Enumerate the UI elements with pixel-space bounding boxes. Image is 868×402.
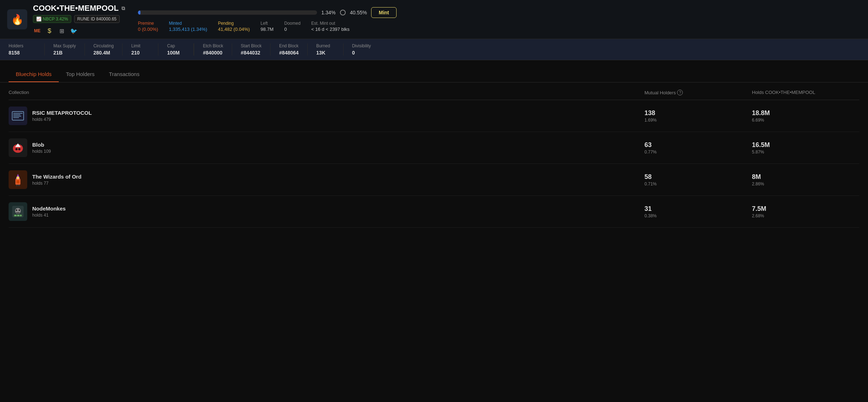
circulating-label: Circulating [93, 43, 114, 48]
rsic-icon [11, 111, 24, 121]
nodemonkes-holds-amount: 7.5M [752, 205, 859, 213]
blob-info: Blob holds 109 [32, 142, 51, 154]
premine-label: Premine [138, 21, 158, 26]
nbcp-badge[interactable]: 📈 NBCP 3.42% [33, 15, 71, 23]
badges: 📈 NBCP 3.42% RUNE ID 840000.65 [33, 15, 125, 23]
rune-title: COOK•THE•MEMPOOL ⧉ [33, 4, 125, 13]
wizards-icon [11, 172, 25, 187]
nodemonkes-info: NodeMonkes holds 41 [32, 205, 66, 218]
svg-rect-1 [13, 113, 23, 114]
end-block-value: #848064 [279, 50, 299, 56]
svg-rect-22 [20, 215, 21, 216]
left-value: 98.7M [260, 27, 273, 32]
blob-holds-cell: 16.5M 5.87% [752, 141, 859, 155]
progress-bar-container [138, 10, 317, 15]
stat-doomed: Doomed 0 [284, 21, 300, 32]
stat-pending: Pending 41,482 (0.04%) [218, 21, 250, 32]
stat-premine: Premine 0 (0.00%) [138, 21, 158, 32]
blob-mutual-pct: 0.77% [644, 150, 752, 155]
table-header: Collection Mutual Holders ? Holds COOK•T… [9, 90, 859, 100]
wizards-mutual-cell: 58 0.71% [644, 173, 752, 186]
rsic-thumbnail [9, 107, 27, 125]
premine-value: 0 (0.00%) [138, 27, 158, 32]
info-limit: Limit 210 [122, 43, 158, 56]
collection-cell-nodemonkes: NodeMonkes holds 41 [9, 202, 644, 221]
wizards-holds-pct: 2.86% [752, 181, 859, 186]
est-value: < 16 d < 2397 blks [311, 27, 350, 32]
holders-label: Holders [9, 43, 36, 48]
rsic-info: RSIC METAPROTOCOL holds 479 [32, 110, 92, 122]
info-max-supply: Max Supply 21B [44, 43, 85, 56]
nodemonkes-name: NodeMonkes [32, 205, 66, 212]
max-supply-label: Max Supply [53, 43, 76, 48]
svg-point-18 [19, 209, 20, 211]
wizards-thumbnail [9, 170, 27, 189]
wizards-info: The Wizards of Ord holds 77 [32, 174, 81, 186]
logo-icon: 🔥 [7, 9, 27, 29]
doomed-label: Doomed [284, 21, 300, 26]
wizards-holds-amount: 8M [752, 173, 859, 181]
svg-point-17 [16, 209, 17, 211]
rsic-name: RSIC METAPROTOCOL [32, 110, 92, 116]
info-end-block: End Block #848064 [270, 43, 307, 56]
tab-bluechip[interactable]: Bluechip Holds [9, 67, 59, 82]
pending-label: Pending [218, 21, 250, 26]
info-start-block: Start Block #844032 [232, 43, 270, 56]
info-holders: Holders 8158 [9, 43, 44, 56]
rsic-holds: holds 479 [32, 117, 92, 122]
grid-icon[interactable]: ⊞ [57, 27, 66, 35]
copy-icon[interactable]: ⧉ [121, 5, 125, 11]
flame-icon: 🔥 [11, 14, 24, 25]
stat-est: Est. Mint out < 16 d < 2397 blks [311, 21, 350, 32]
stat-left: Left 98.7M [260, 21, 273, 32]
svg-rect-14 [18, 185, 20, 186]
collection-cell-blob: Blob holds 109 [9, 138, 644, 157]
table-row: NodeMonkes holds 41 31 0.38% 7.5M 2.68% [9, 196, 859, 228]
svg-rect-4 [13, 117, 19, 118]
rsic-holds-pct: 6.69% [752, 118, 859, 123]
svg-point-11 [16, 176, 19, 179]
mutual-info-icon[interactable]: ? [677, 90, 683, 95]
runeid-label: RUNE ID 840000.65 [77, 16, 116, 22]
svg-rect-13 [16, 185, 18, 186]
rune-name: COOK•THE•MEMPOOL [33, 4, 119, 13]
nodemonkes-icon [11, 204, 25, 219]
svg-rect-21 [17, 215, 19, 216]
cap-value: 100M [167, 50, 185, 56]
stats-row: Premine 0 (0.00%) Minted 1,335,413 (1.34… [138, 21, 854, 32]
minted-value: 1,335,413 (1.34%) [169, 27, 207, 32]
tabs-section: Bluechip Holds Top Holders Transactions [0, 60, 868, 82]
magic-eden-icon[interactable]: ME [33, 27, 42, 35]
nodemonkes-holds-cell: 7.5M 2.68% [752, 205, 859, 218]
runeid-badge: RUNE ID 840000.65 [74, 15, 120, 23]
rsic-holds-amount: 18.8M [752, 109, 859, 117]
divisibility-label: Divisibility [352, 43, 371, 48]
table-section: Collection Mutual Holders ? Holds COOK•T… [0, 82, 868, 235]
burned-value: 13K [316, 50, 335, 56]
limit-value: 210 [131, 50, 149, 56]
end-block-label: End Block [279, 43, 299, 48]
mint-button[interactable]: Mint [371, 7, 397, 18]
blob-icon [11, 141, 25, 155]
table-row: The Wizards of Ord holds 77 58 0.71% 8M … [9, 164, 859, 196]
wizards-name: The Wizards of Ord [32, 174, 81, 180]
tab-transactions[interactable]: Transactions [102, 67, 147, 82]
satscanner-icon[interactable]: $ [45, 27, 54, 35]
svg-point-7 [15, 148, 18, 150]
start-block-value: #844032 [241, 50, 262, 56]
title-block: COOK•THE•MEMPOOL ⧉ 📈 NBCP 3.42% RUNE ID … [33, 4, 125, 35]
blob-thumbnail [9, 138, 27, 157]
twitter-icon[interactable]: 🐦 [69, 27, 78, 35]
progress-bar-fill [138, 10, 140, 15]
nodemonkes-mutual-count: 31 [644, 205, 752, 213]
blob-holds-pct: 5.87% [752, 150, 859, 155]
limit-label: Limit [131, 43, 149, 48]
collection-cell-wizards: The Wizards of Ord holds 77 [9, 170, 644, 189]
minted-pct: 40.55% [350, 10, 367, 15]
nodemonkes-holds-pct: 2.68% [752, 213, 859, 218]
svg-rect-12 [16, 180, 19, 183]
blob-mutual-count: 63 [644, 141, 752, 149]
nbcp-badge-label: 📈 NBCP 3.42% [36, 16, 68, 22]
tab-top-holders[interactable]: Top Holders [59, 67, 102, 82]
info-circulating: Circulating 280.4M [85, 43, 123, 56]
